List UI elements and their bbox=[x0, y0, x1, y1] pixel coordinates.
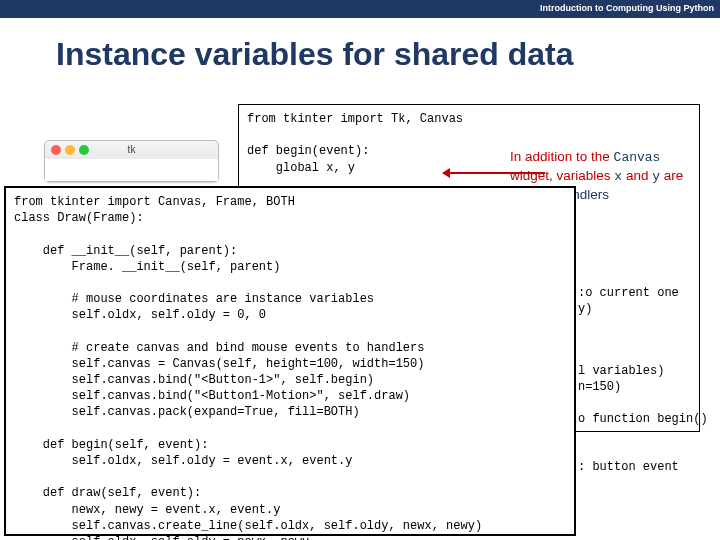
side-line1-code: Canvas bbox=[614, 150, 661, 165]
slide-title: Instance variables for shared data bbox=[0, 18, 720, 87]
side-line2-post: are bbox=[660, 168, 683, 183]
top-bar: Introduction to Computing Using Python bbox=[0, 0, 720, 18]
peek-4: n=150) bbox=[578, 380, 621, 394]
side-line2-y: y bbox=[652, 169, 660, 184]
side-line2-pre: widget, variables bbox=[510, 168, 614, 183]
side-line1-pre: In addition to the bbox=[510, 149, 614, 164]
tk-window-body bbox=[45, 159, 218, 181]
close-icon bbox=[51, 145, 61, 155]
peek-6: : button event bbox=[578, 460, 679, 474]
side-line2-x: x bbox=[614, 169, 622, 184]
code-box-front: from tkinter import Canvas, Frame, BOTH … bbox=[4, 186, 576, 536]
peek-5: o function begin() bbox=[578, 412, 708, 426]
course-label: Introduction to Computing Using Python bbox=[540, 3, 714, 13]
side-line2-mid: and bbox=[622, 168, 652, 183]
peek-2: y) bbox=[578, 302, 592, 316]
code-back-text: from tkinter import Tk, Canvas def begin… bbox=[247, 112, 463, 175]
window-buttons bbox=[51, 145, 89, 155]
code-front-text: from tkinter import Canvas, Frame, BOTH … bbox=[14, 195, 482, 540]
peek-1: :o current one bbox=[578, 286, 679, 300]
minimize-icon bbox=[65, 145, 75, 155]
tk-window: tk bbox=[44, 140, 219, 182]
zoom-icon bbox=[79, 145, 89, 155]
peek-3: l variables) bbox=[578, 364, 664, 378]
